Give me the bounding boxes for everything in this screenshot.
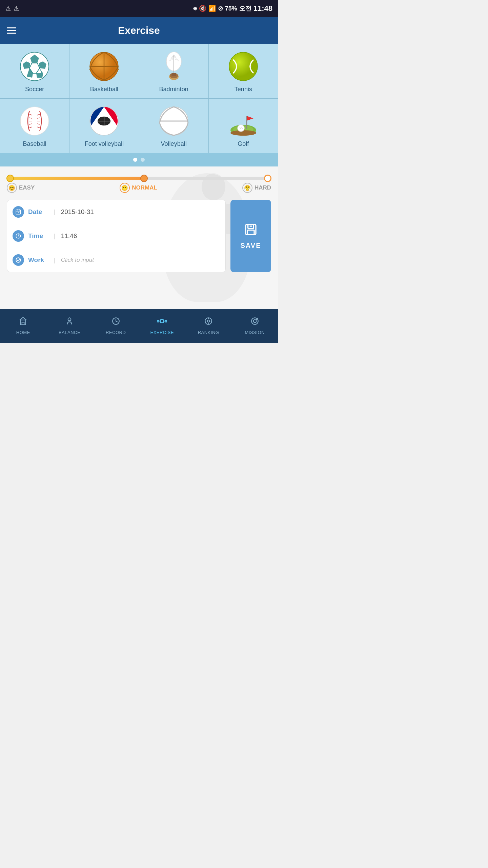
info-card-row: Date | 2015-10-31 Time | 11:46 bbox=[7, 200, 271, 272]
menu-button[interactable] bbox=[7, 27, 16, 34]
work-placeholder[interactable]: Click to input bbox=[61, 257, 94, 263]
sport-item-golf[interactable]: Golf bbox=[209, 99, 278, 153]
baseball-label: Baseball bbox=[23, 140, 46, 147]
basketball-label: Basketball bbox=[90, 86, 118, 93]
svg-rect-57 bbox=[16, 210, 21, 214]
status-time: 11:48 bbox=[253, 4, 272, 13]
battery-level: 75% bbox=[225, 5, 237, 12]
bottom-nav: HOME BALANCE RECORD bbox=[0, 309, 278, 343]
time-icon bbox=[13, 230, 24, 242]
golf-label: Golf bbox=[238, 140, 249, 147]
time-value: 11:46 bbox=[61, 232, 77, 240]
nav-balance[interactable]: BALANCE bbox=[46, 309, 93, 343]
sport-item-foot-volleyball[interactable]: Foot volleyball bbox=[69, 99, 139, 153]
volleyball-icon bbox=[159, 106, 189, 136]
dot-1[interactable] bbox=[133, 158, 137, 162]
hard-icon: 😤 bbox=[242, 183, 252, 193]
wifi-icon: 📶 bbox=[208, 5, 216, 12]
nav-mission[interactable]: MISSION bbox=[231, 309, 278, 343]
status-indicators: ⎈ 🔇 📶 ⊘ 75% 오전 11:48 bbox=[193, 4, 272, 13]
soccer-icon bbox=[19, 51, 50, 82]
sport-item-badminton[interactable]: Badminton bbox=[139, 44, 208, 98]
svg-rect-76 bbox=[161, 319, 164, 322]
slider-thumb-normal[interactable] bbox=[140, 175, 148, 182]
date-value: 2015-10-31 bbox=[61, 208, 94, 216]
svg-point-49 bbox=[240, 128, 241, 129]
work-icon bbox=[13, 254, 24, 266]
ranking-label: RANKING bbox=[198, 330, 219, 335]
svg-rect-21 bbox=[171, 73, 176, 76]
status-period: 오전 bbox=[239, 4, 251, 13]
alert-icon-1: ⚠ bbox=[5, 5, 11, 12]
save-icon bbox=[244, 223, 258, 239]
time-row: Time | 11:46 bbox=[7, 224, 225, 248]
tennis-icon bbox=[228, 51, 259, 82]
difficulty-normal[interactable]: 😐 NORMAL bbox=[120, 183, 157, 193]
work-row[interactable]: Work | Click to input bbox=[7, 248, 225, 272]
svg-rect-69 bbox=[22, 322, 24, 325]
sport-item-volleyball[interactable]: Volleyball bbox=[139, 99, 208, 153]
basketball-icon bbox=[89, 51, 119, 82]
alert-icon-2: ⚠ bbox=[14, 5, 19, 12]
sports-section: Soccer bbox=[0, 44, 278, 166]
svg-rect-72 bbox=[157, 320, 159, 322]
status-bar: ⚠ ⚠ ⎈ 🔇 📶 ⊘ 75% 오전 11:48 bbox=[0, 0, 278, 17]
info-card: Date | 2015-10-31 Time | 11:46 bbox=[7, 200, 226, 272]
hard-label: HARD bbox=[255, 184, 271, 191]
home-icon bbox=[19, 317, 27, 328]
foot-volleyball-icon bbox=[89, 106, 119, 136]
sport-item-soccer[interactable]: Soccer bbox=[0, 44, 69, 98]
dot-2[interactable] bbox=[141, 158, 145, 162]
date-label: Date bbox=[28, 208, 48, 216]
record-label: RECORD bbox=[106, 330, 126, 335]
sport-item-baseball[interactable]: Baseball bbox=[0, 99, 69, 153]
svg-point-48 bbox=[241, 126, 242, 127]
exercise-icon bbox=[157, 317, 167, 328]
difficulty-easy[interactable]: 😊 EASY bbox=[7, 183, 35, 193]
page-title: Exercise bbox=[118, 25, 160, 36]
time-label: Time bbox=[28, 232, 48, 240]
svg-point-43 bbox=[230, 130, 256, 136]
badminton-label: Badminton bbox=[159, 86, 188, 93]
svg-point-78 bbox=[207, 320, 210, 322]
difficulty-labels: 😊 EASY 😐 NORMAL 😤 HARD bbox=[7, 183, 271, 193]
svg-rect-73 bbox=[165, 320, 167, 322]
slider-thumb-easy[interactable] bbox=[6, 175, 14, 182]
svg-point-61 bbox=[18, 212, 19, 213]
mission-label: MISSION bbox=[245, 330, 264, 335]
app-header: Exercise bbox=[0, 17, 278, 44]
nav-home[interactable]: HOME bbox=[0, 309, 46, 343]
svg-point-70 bbox=[68, 318, 71, 321]
nav-record[interactable]: RECORD bbox=[93, 309, 139, 343]
svg-marker-45 bbox=[247, 116, 253, 121]
ranking-icon bbox=[204, 317, 213, 328]
foot-volleyball-label: Foot volleyball bbox=[85, 140, 124, 147]
svg-point-22 bbox=[229, 52, 258, 81]
nav-ranking[interactable]: RANKING bbox=[185, 309, 232, 343]
svg-point-23 bbox=[20, 107, 49, 135]
difficulty-hard[interactable]: 😤 HARD bbox=[242, 183, 271, 193]
date-row: Date | 2015-10-31 bbox=[7, 200, 225, 224]
tennis-label: Tennis bbox=[235, 86, 252, 93]
detail-section: 😊 EASY 😐 NORMAL 😤 HARD bbox=[0, 166, 278, 309]
mission-icon bbox=[250, 317, 259, 328]
easy-label: EASY bbox=[19, 184, 35, 191]
svg-point-50 bbox=[242, 128, 243, 129]
normal-label: NORMAL bbox=[132, 184, 157, 191]
easy-icon: 😊 bbox=[7, 183, 17, 193]
nav-exercise[interactable]: EXERCISE bbox=[139, 309, 185, 343]
sport-item-basketball[interactable]: Basketball bbox=[69, 44, 139, 98]
slider-thumb-hard[interactable] bbox=[264, 175, 271, 182]
normal-icon: 😐 bbox=[120, 183, 130, 193]
date-icon bbox=[13, 206, 24, 218]
sports-grid: Soccer bbox=[0, 44, 278, 153]
blocked-icon: ⊘ bbox=[218, 5, 223, 12]
svg-rect-66 bbox=[247, 230, 254, 234]
mute-icon: 🔇 bbox=[199, 5, 206, 12]
save-button[interactable]: SAVE bbox=[230, 200, 271, 272]
difficulty-slider[interactable] bbox=[10, 177, 268, 180]
balance-label: BALANCE bbox=[59, 330, 80, 335]
soccer-label: Soccer bbox=[25, 86, 44, 93]
bluetooth-icon: ⎈ bbox=[193, 5, 197, 12]
sport-item-tennis[interactable]: Tennis bbox=[209, 44, 278, 98]
